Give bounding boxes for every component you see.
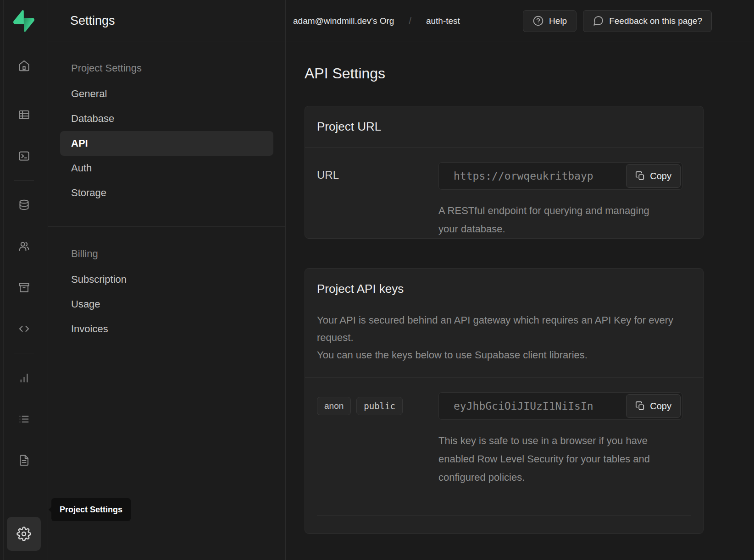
feedback-button-label: Feedback on this page? — [609, 16, 702, 26]
nav-section-header: Project Settings — [60, 62, 273, 74]
nav-item-general[interactable]: General — [60, 82, 273, 106]
main-header: adam@windmill.dev's Org / auth-test Help… — [286, 0, 754, 42]
api-keys-card-title: Project API keys — [317, 282, 691, 296]
help-button[interactable]: Help — [523, 10, 577, 32]
project-url-card-body: URL https://orwqeukritbayp Copy A RESTfu… — [305, 148, 703, 238]
feedback-button[interactable]: Feedback on this page? — [583, 10, 712, 32]
nav-section-billing: Billing Subscription Usage Invoices — [60, 227, 273, 341]
auth-users-icon — [18, 240, 30, 253]
sidebar-edge-functions-button[interactable] — [13, 318, 34, 339]
rail-divider — [14, 180, 34, 181]
settings-nav-panel: Settings Project Settings General Databa… — [48, 0, 286, 560]
project-url-card: Project URL URL https://orwqeukritbayp C… — [305, 106, 704, 239]
header-actions: Help Feedback on this page? — [523, 10, 712, 32]
sidebar-sql-editor-button[interactable] — [13, 145, 34, 166]
anon-key-badges: anon public — [317, 392, 438, 415]
rail-divider — [14, 353, 34, 353]
sidebar-database-button[interactable] — [13, 194, 34, 215]
edge-functions-icon — [18, 323, 30, 335]
api-keys-card-description: Your API is secured behind an API gatewa… — [317, 312, 684, 364]
breadcrumb-org[interactable]: adam@windmill.dev's Org — [293, 16, 394, 26]
project-api-keys-card: Project API keys Your API is secured beh… — [305, 268, 704, 534]
sidebar-home-button[interactable] — [13, 55, 34, 76]
sidebar-table-editor-button[interactable] — [13, 104, 34, 125]
sidebar-api-docs-button[interactable] — [13, 450, 34, 471]
copy-anon-key-button[interactable]: Copy — [626, 394, 681, 418]
message-bubble-icon — [593, 15, 604, 27]
help-button-label: Help — [549, 16, 567, 26]
project-url-card-title: Project URL — [317, 120, 691, 134]
url-row: URL https://orwqeukritbayp Copy A RESTfu… — [317, 162, 691, 238]
settings-nav: Project Settings General Database API Au… — [48, 42, 285, 341]
sidebar-logs-button[interactable] — [13, 408, 34, 429]
nav-item-api[interactable]: API — [60, 131, 273, 156]
api-keys-row-divider — [317, 515, 691, 533]
anon-key-input-wrap: eyJhbGciOiJIUzI1NiIsIn Copy — [438, 392, 682, 420]
nav-item-usage[interactable]: Usage — [60, 292, 273, 317]
copy-icon — [635, 171, 645, 181]
api-keys-card-body: anon public eyJhbGciOiJIUzI1NiIsIn Copy — [305, 378, 703, 533]
nav-item-auth[interactable]: Auth — [60, 156, 273, 181]
copy-anon-key-label: Copy — [650, 401, 671, 412]
supabase-bolt-icon — [13, 10, 34, 32]
api-keys-card-header: Project API keys Your API is secured beh… — [305, 269, 703, 378]
help-circle-icon — [532, 15, 544, 27]
sidebar-storage-button[interactable] — [13, 277, 34, 298]
nav-section-header: Billing — [60, 248, 273, 260]
nav-item-storage[interactable]: Storage — [60, 181, 273, 205]
app-root: Project Settings Settings Project Settin… — [0, 0, 754, 560]
supabase-logo[interactable] — [13, 10, 34, 32]
sidebar-project-settings-button[interactable] — [7, 517, 41, 551]
nav-item-database[interactable]: Database — [60, 106, 273, 131]
breadcrumb-separator: / — [409, 16, 411, 26]
anon-key-row: anon public eyJhbGciOiJIUzI1NiIsIn Copy — [317, 392, 691, 515]
url-description: A RESTful endpoint for querying and mana… — [438, 202, 654, 238]
anon-badge: anon — [317, 397, 351, 415]
settings-gear-icon — [17, 527, 31, 541]
anon-key-description: This key is safe to use in a browser if … — [438, 432, 654, 487]
nav-item-invoices[interactable]: Invoices — [60, 317, 273, 341]
rail-divider — [14, 90, 34, 90]
home-icon — [18, 60, 30, 72]
breadcrumb-project[interactable]: auth-test — [426, 16, 460, 26]
database-icon — [18, 199, 30, 211]
main-area: adam@windmill.dev's Org / auth-test Help… — [286, 0, 754, 560]
api-keys-description-line2: You can use the keys below to use Supaba… — [317, 346, 684, 364]
table-editor-icon — [18, 109, 30, 121]
sidebar-auth-button[interactable] — [13, 236, 34, 257]
project-settings-tooltip: Project Settings — [51, 498, 131, 521]
sidebar-reports-button[interactable] — [13, 367, 34, 388]
settings-panel-header: Settings — [48, 0, 285, 42]
url-input-wrap: https://orwqeukritbayp Copy — [438, 162, 682, 190]
project-url-card-header: Project URL — [305, 106, 703, 148]
anon-key-value: eyJhbGciOiJIUzI1NiIsIn Copy This key is … — [438, 392, 682, 487]
breadcrumb: adam@windmill.dev's Org / auth-test — [293, 16, 460, 26]
copy-url-button[interactable]: Copy — [626, 164, 681, 188]
public-badge: public — [356, 397, 403, 415]
url-row-label: URL — [317, 162, 438, 181]
copy-icon — [635, 401, 645, 411]
storage-icon — [18, 281, 30, 294]
api-settings-content: API Settings Project URL URL https://orw… — [286, 42, 754, 534]
page-title: API Settings — [305, 65, 704, 82]
settings-panel-title: Settings — [70, 14, 115, 28]
logs-icon — [18, 413, 30, 425]
tooltip-label: Project Settings — [60, 505, 122, 515]
api-keys-description-line1: Your API is secured behind an API gatewa… — [317, 312, 684, 346]
url-row-value: https://orwqeukritbayp Copy A RESTful en… — [438, 162, 682, 238]
copy-url-label: Copy — [650, 171, 671, 181]
icon-rail-sidebar: Project Settings — [0, 0, 48, 560]
nav-item-subscription[interactable]: Subscription — [60, 267, 273, 292]
api-docs-icon — [18, 454, 30, 467]
sql-editor-icon — [18, 150, 30, 162]
reports-icon — [18, 372, 30, 384]
nav-section-project-settings: Project Settings General Database API Au… — [60, 62, 273, 205]
